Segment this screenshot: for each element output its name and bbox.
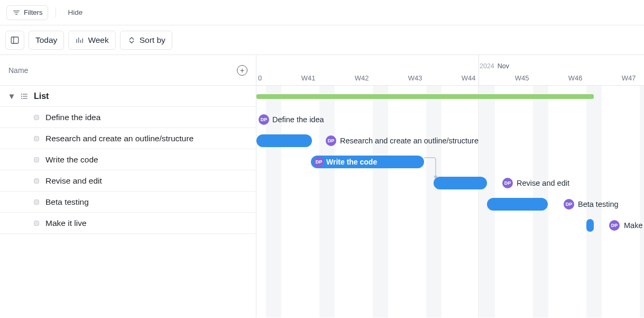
task-title: Define the idea — [45, 113, 100, 122]
week-button[interactable]: Week — [68, 31, 115, 50]
avatar[interactable]: DP — [314, 157, 324, 167]
filters-button[interactable]: Filters — [6, 5, 48, 20]
week-label: Week — [88, 35, 108, 45]
name-column-header: Name — [8, 66, 28, 75]
week-col: W44 — [441, 70, 495, 86]
timeline-row: DP Define the idea — [256, 109, 644, 130]
list-icon — [20, 92, 29, 101]
task-title: Make it live — [45, 219, 87, 228]
filter-bar: Filters Hide — [0, 0, 644, 25]
group-row-list[interactable]: ▾ List — [0, 86, 256, 107]
week-icon — [75, 35, 85, 45]
sortby-button[interactable]: Sort by — [120, 31, 172, 50]
task-bar[interactable] — [256, 134, 312, 147]
bar-label-inside: Write the code — [326, 156, 377, 168]
svg-point-14 — [21, 98, 22, 98]
svg-point-12 — [21, 94, 22, 94]
avatar[interactable]: DP — [326, 135, 336, 146]
week-col: W47 — [602, 70, 644, 86]
status-bullet — [34, 115, 39, 120]
task-title: Write the code — [45, 155, 98, 165]
task-row[interactable]: Make it live — [0, 213, 256, 234]
task-row[interactable]: Beta testing — [0, 192, 256, 213]
timeline-panel[interactable]: 2024 Nov 0 W41 W42 W43 W44 W45 W46 W47 — [256, 55, 644, 317]
status-bullet — [34, 221, 39, 226]
task-bar[interactable] — [434, 177, 487, 189]
task-title: Revise and edit — [45, 176, 102, 186]
timeline-year: 2024 — [480, 62, 494, 70]
toggle-sidepanel-button[interactable] — [5, 31, 24, 50]
status-bullet — [34, 136, 39, 141]
bar-label-after: Make — [624, 215, 642, 236]
timeline-month-row: 2024 Nov — [256, 55, 644, 70]
svg-rect-3 — [11, 37, 19, 43]
svg-point-13 — [21, 96, 22, 96]
task-row[interactable]: Write the code — [0, 149, 256, 170]
status-bullet — [34, 199, 39, 205]
task-bar[interactable] — [586, 219, 594, 232]
timeline-row: DP Revise and edit — [256, 172, 644, 194]
bar-label-after: Define the idea — [272, 109, 324, 130]
task-bar[interactable]: Write the code — [311, 156, 424, 168]
timeline-row: Write the code DP — [256, 151, 644, 172]
task-list-panel: Name + ▾ List Define the idea Research a… — [0, 55, 256, 317]
avatar[interactable]: DP — [564, 199, 574, 210]
view-toolbar: Today Week Sort by — [0, 25, 644, 55]
week-col: W46 — [548, 70, 602, 86]
sort-icon — [127, 35, 136, 45]
bar-label-after: Beta testing — [578, 194, 619, 215]
chevron-down-icon[interactable]: ▾ — [8, 91, 15, 101]
group-label: List — [34, 92, 49, 101]
avatar[interactable]: DP — [502, 178, 513, 188]
bar-label-after: Research and create an outline/structure — [340, 130, 479, 151]
panel-icon — [10, 35, 20, 45]
today-label: Today — [35, 35, 57, 45]
hide-button[interactable]: Hide — [63, 6, 87, 19]
week-col: 0 — [256, 70, 281, 86]
timeline-body[interactable]: DP Define the idea DP Research and creat… — [256, 86, 644, 317]
timeline-week-row: 0 W41 W42 W43 W44 W45 W46 W47 — [256, 70, 644, 86]
avatar[interactable]: DP — [609, 220, 620, 231]
timeline-header: 2024 Nov 0 W41 W42 W43 W44 W45 W46 W47 — [256, 55, 644, 86]
filters-icon — [12, 8, 21, 17]
group-summary-bar[interactable] — [256, 94, 594, 99]
week-col: W42 — [335, 70, 388, 86]
timeline-row: DP Research and create an outline/struct… — [256, 130, 644, 151]
task-row[interactable]: Research and create an outline/structure — [0, 128, 256, 149]
bar-label-after: Revise and edit — [517, 172, 569, 194]
task-title: Beta testing — [45, 197, 89, 207]
today-button[interactable]: Today — [29, 31, 64, 50]
separator — [56, 7, 56, 18]
task-bar[interactable] — [487, 198, 548, 211]
task-list-header: Name + — [0, 55, 256, 86]
week-col: W41 — [281, 70, 335, 86]
avatar[interactable]: DP — [259, 114, 269, 125]
add-column-button[interactable]: + — [237, 65, 247, 76]
timeline-month: Nov — [498, 62, 509, 70]
timeline-row: DP Make — [256, 215, 644, 236]
status-bullet — [34, 157, 39, 162]
task-row[interactable]: Define the idea — [0, 107, 256, 128]
task-title: Research and create an outline/structure — [45, 134, 194, 143]
status-bullet — [34, 178, 39, 184]
week-col: W43 — [388, 70, 441, 86]
main-split: Name + ▾ List Define the idea Research a… — [0, 55, 644, 317]
sortby-label: Sort by — [140, 35, 165, 45]
task-row[interactable]: Revise and edit — [0, 170, 256, 192]
filters-label: Filters — [24, 8, 42, 16]
timeline-row: DP Beta testing — [256, 194, 644, 215]
week-col: W45 — [495, 70, 548, 86]
